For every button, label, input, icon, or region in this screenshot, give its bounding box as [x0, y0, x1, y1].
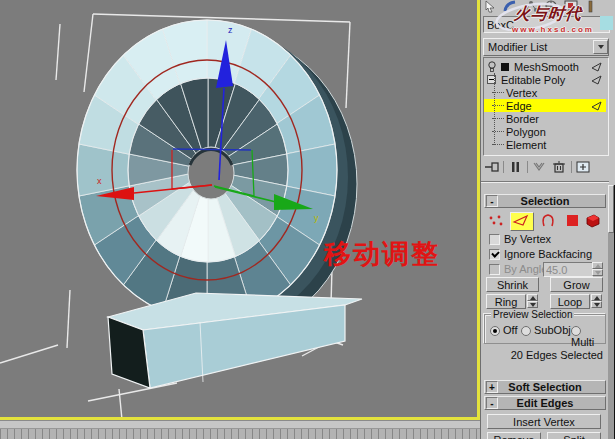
tab-utilities-icon[interactable] [583, 0, 599, 13]
by-angle-spinner [592, 262, 603, 277]
modifier-list-dropdown[interactable]: Modifier List [483, 38, 609, 56]
selection-rollout-header[interactable]: - Selection [484, 194, 606, 208]
y-axis-label: y [314, 213, 319, 223]
rollout-collapse-icon[interactable]: - [486, 195, 498, 207]
rollout-collapse-icon[interactable]: - [486, 397, 498, 409]
stack-arrow-icon [591, 101, 603, 111]
lightbulb-icon[interactable] [487, 61, 497, 72]
perspective-viewport[interactable]: z x y 移动调整 [0, 0, 480, 420]
split-button[interactable]: Split [547, 432, 601, 439]
element-mode-icon[interactable] [584, 213, 602, 229]
by-vertex-checkbox[interactable]: By Vertex [489, 233, 551, 245]
viewport-canvas: z x y 移动调整 [0, 0, 477, 417]
stack-row-vertex[interactable]: Vertex [484, 86, 606, 99]
ring-button[interactable]: Ring [486, 294, 526, 309]
tab-create-icon[interactable] [483, 0, 499, 13]
edit-edges-title: Edit Edges [517, 397, 574, 409]
edge-mode-icon [511, 213, 531, 228]
command-panel-tabs [483, 0, 609, 13]
remove-button[interactable]: Remove [487, 432, 541, 439]
stack-arrow-icon [591, 75, 603, 85]
grow-button[interactable]: Grow [550, 277, 603, 292]
sub-object-buttons [481, 212, 609, 230]
stack-row-polygon[interactable]: Polygon [484, 125, 606, 138]
stack-row-edge-selected[interactable]: Edge [484, 99, 606, 112]
remove-modifier-icon[interactable] [551, 160, 568, 174]
modifier-list-label: Modifier List [484, 41, 593, 53]
edge-mode-button-active[interactable] [510, 212, 534, 231]
pin-stack-icon[interactable] [483, 160, 500, 174]
stack-row-editable-poly[interactable]: Editable Poly [484, 73, 606, 86]
sub-object-label[interactable]: Element [506, 139, 546, 151]
preview-selection-group: Preview Selection Off SubObj Multi [484, 314, 606, 344]
modifier-stack[interactable]: MeshSmooth Editable Poly Vertex Edge Bor… [483, 57, 609, 156]
border-mode-icon[interactable] [539, 213, 557, 229]
preview-subobj-radio[interactable]: SubObj [521, 324, 571, 336]
preview-multi-radio[interactable]: Multi [571, 324, 605, 348]
dropdown-arrow-icon[interactable] [593, 40, 608, 54]
pedestal-box [108, 293, 362, 388]
selection-status: 20 Edges Selected [481, 349, 603, 361]
ring-spinner[interactable] [527, 294, 538, 309]
x-axis-label: x [97, 176, 102, 186]
object-name: BoxC [487, 19, 514, 31]
panel-divider [481, 181, 609, 183]
tab-display-icon[interactable] [563, 0, 579, 13]
by-angle-label: By Angle [504, 263, 547, 275]
sub-object-label[interactable]: Vertex [506, 87, 537, 99]
sub-object-label[interactable]: Polygon [506, 126, 546, 138]
by-angle-checkbox: By Angle [489, 263, 547, 275]
preview-off-radio[interactable]: Off [490, 324, 517, 336]
sub-object-label[interactable]: Border [506, 113, 539, 125]
stack-tree-line [494, 73, 495, 145]
soft-selection-title: Soft Selection [508, 381, 581, 393]
modifier-label[interactable]: Editable Poly [501, 74, 565, 86]
polygon-mode-icon[interactable] [567, 215, 578, 226]
sub-object-label[interactable]: Edge [506, 100, 532, 112]
stack-row-element[interactable]: Element [484, 138, 606, 151]
ignore-backfacing-label: Ignore Backfacing [504, 248, 592, 260]
modifier-box-icon[interactable] [501, 63, 509, 71]
loop-button[interactable]: Loop [550, 294, 590, 309]
insert-vertex-button[interactable]: Insert Vertex [487, 414, 601, 429]
stack-row-border[interactable]: Border [484, 112, 606, 125]
object-name-field[interactable]: BoxC [483, 16, 610, 33]
tab-motion-icon[interactable] [543, 0, 559, 13]
rollout-expand-icon[interactable]: + [486, 381, 498, 393]
ignore-backfacing-checkbox[interactable]: Ignore Backfacing [489, 248, 592, 260]
tab-hierarchy-icon[interactable] [523, 0, 539, 13]
viewport-annotation: 移动调整 [323, 238, 440, 269]
modifier-label[interactable]: MeshSmooth [514, 61, 579, 73]
vertex-mode-icon[interactable] [487, 214, 505, 228]
command-panel: BoxC Modifier List MeshSmooth Editable P… [480, 0, 615, 439]
by-vertex-label: By Vertex [504, 233, 551, 245]
loop-spinner[interactable] [591, 294, 602, 309]
edit-edges-rollout-header[interactable]: - Edit Edges [484, 396, 606, 410]
by-angle-input [543, 262, 593, 277]
track-bar-ticks [0, 428, 480, 439]
disc-hole [188, 147, 234, 199]
selection-rollout-title: Selection [521, 195, 570, 207]
stack-row-meshsmooth[interactable]: MeshSmooth [484, 60, 606, 73]
tab-modify-icon[interactable] [503, 0, 519, 13]
z-axis-label: z [228, 25, 233, 35]
preview-selection-title: Preview Selection [491, 309, 574, 320]
stack-arrow-icon [591, 62, 603, 72]
configure-modifier-sets-icon[interactable] [575, 160, 592, 174]
shrink-button[interactable]: Shrink [486, 277, 539, 292]
make-unique-icon[interactable] [531, 160, 548, 174]
soft-selection-rollout-header[interactable]: + Soft Selection [484, 380, 606, 394]
stack-toolbar [483, 158, 607, 176]
show-end-result-icon[interactable] [507, 160, 524, 174]
